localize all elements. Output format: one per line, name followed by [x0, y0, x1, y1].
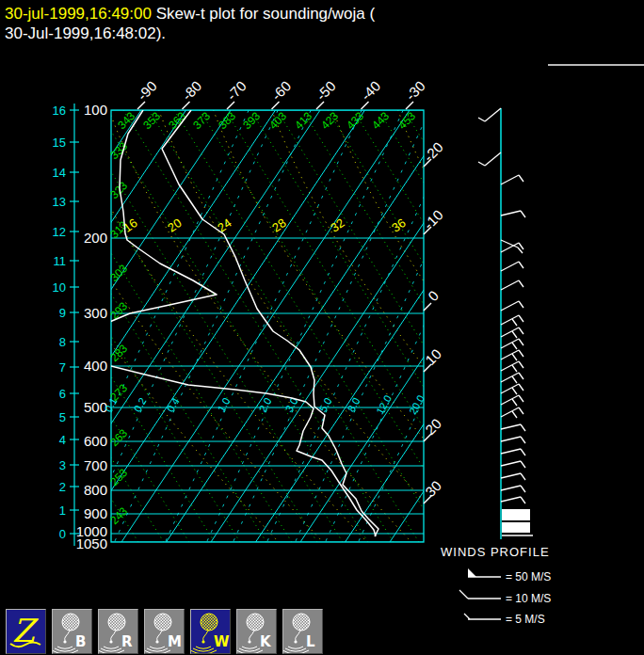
isotherm-line [346, 110, 634, 542]
wind-barb [521, 461, 525, 468]
dry-adiabat-line [328, 110, 598, 542]
moist-adiabat-line [398, 110, 644, 542]
wind-barb [519, 301, 523, 308]
wind-barb [501, 486, 521, 490]
wind-barb [519, 315, 523, 322]
moist-adiabat-line [0, 110, 279, 542]
mixing-ratio-label: 0.4 [165, 395, 182, 413]
wind-barb [512, 411, 517, 418]
legend-label: = 10 M/S [506, 592, 551, 605]
wind-barb [512, 319, 517, 326]
height-label: 5 [59, 410, 66, 424]
wind-barb [512, 376, 517, 383]
wind-barb [501, 339, 519, 348]
wind-barb [521, 473, 525, 480]
wind-barb [521, 497, 525, 503]
logo-button-z[interactable]: Z [6, 609, 46, 654]
top-temp-label: -80 [179, 77, 204, 103]
pressure-label: 400 [84, 358, 107, 374]
moist-adiabat-line [469, 110, 644, 542]
toolbar-button-label: R [121, 633, 133, 650]
height-label: 15 [53, 136, 66, 150]
right-temp-label: 30 [422, 477, 444, 500]
isotherm-line [390, 110, 644, 542]
mixing-ratio-line [115, 110, 312, 542]
isotherm-line [211, 110, 499, 542]
dry-adiabat-line [0, 110, 164, 542]
moist-adiabat-label: 24 [215, 216, 233, 235]
wind-barb [501, 175, 519, 184]
top-temp-label: -50 [313, 77, 338, 103]
legend-label: = 50 M/S [506, 570, 551, 583]
pressure-label: 1050 [76, 535, 107, 551]
title-text: Skew-t plot for sounding/woja ( [152, 5, 375, 23]
toolbar-button-b[interactable]: B [52, 609, 92, 654]
toolbar: ZBRMWKL [6, 609, 329, 654]
toolbar-button-label: B [75, 633, 86, 650]
legend-barb-icon [459, 590, 468, 599]
isotherm-line [0, 110, 276, 542]
moist-adiabat-label: 20 [165, 216, 184, 235]
dry-adiabat-line [149, 110, 419, 542]
dry-adiabat-top-label: 383 [216, 109, 238, 132]
moist-adiabat-label: 28 [269, 216, 288, 235]
wind-barb [501, 424, 521, 429]
wind-barb [519, 373, 523, 379]
wind-barb [519, 280, 523, 287]
wind-barb [519, 361, 523, 368]
dry-adiabat-top-label: 413 [292, 109, 314, 132]
height-label: 10 [53, 280, 66, 295]
right-temp-label: 20 [422, 415, 444, 438]
wind-barb [518, 248, 523, 253]
height-label: 9 [59, 306, 66, 320]
toolbar-button-k[interactable]: K [236, 609, 277, 654]
mixing-ratio-label: 12.0 [374, 393, 394, 417]
top-temp-label: -70 [223, 77, 249, 103]
dry-adiabat-line [123, 110, 394, 542]
dry-adiabat-top-label: 393 [240, 109, 263, 132]
toolbar-button-l[interactable]: L [282, 609, 323, 654]
dry-adiabat-line [0, 110, 266, 542]
toolbar-button-w[interactable]: W [190, 609, 231, 654]
mixing-ratio-line [207, 110, 404, 542]
height-label: 1 [59, 503, 66, 518]
wind-barb [519, 262, 523, 268]
height-label: 11 [54, 254, 67, 268]
pressure-label: 200 [84, 230, 107, 246]
toolbar-button-label: K [260, 633, 272, 650]
mixing-ratio-line [53, 110, 250, 542]
wind-barb [501, 361, 519, 371]
wind-barb [501, 350, 519, 359]
pressure-label: 700 [84, 457, 107, 473]
dewpoint-curve [107, 110, 376, 536]
wind-flag-block [502, 509, 530, 520]
wind-barb [521, 211, 525, 217]
legend-label: = 5 M/S [506, 613, 545, 626]
toolbar-button-m[interactable]: M [144, 609, 185, 654]
wind-barb [501, 497, 521, 502]
height-label: 4 [59, 433, 66, 447]
title-timestamp: 30-jul-1999,16:49:00 [5, 5, 152, 23]
toolbar-button-r[interactable]: R [98, 609, 138, 654]
moist-adiabat-label: 36 [389, 216, 408, 235]
height-label: 16 [53, 104, 66, 118]
height-label: 2 [59, 480, 66, 494]
top-temp-label: -60 [268, 77, 294, 103]
wind-barb [512, 365, 517, 372]
height-label: 12 [53, 225, 66, 239]
app-window: 1002003004005006007008009001000105016151… [0, 0, 644, 655]
mixing-ratio-label: 8.0 [346, 395, 362, 413]
wind-barb [501, 301, 519, 311]
dry-adiabat-top-label: 453 [395, 109, 418, 132]
wind-barb [521, 424, 525, 431]
height-label: 14 [53, 166, 66, 180]
wind-barb [501, 473, 521, 478]
wind-barb [501, 437, 521, 441]
dry-adiabat-top-label: 373 [190, 109, 213, 132]
height-label: 7 [59, 360, 66, 375]
wind-barb [519, 350, 523, 357]
mixing-ratio-line [166, 110, 362, 542]
wind-barb [501, 449, 521, 454]
skewt-plot: 1002003004005006007008009001000105016151… [0, 0, 644, 655]
dry-adiabat-line [0, 110, 189, 542]
